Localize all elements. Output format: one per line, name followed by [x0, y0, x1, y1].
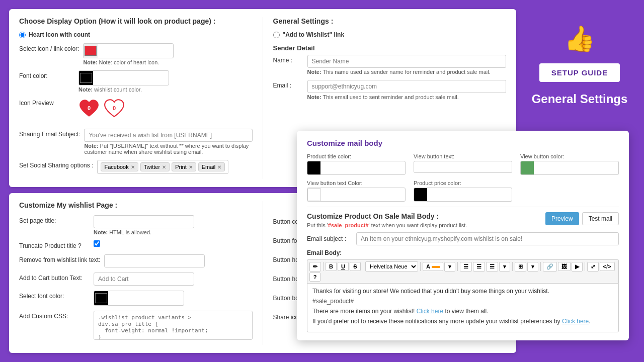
color-fields-row-1: Product title color: #000000 View button… [307, 153, 619, 175]
product-title-color-swatch[interactable] [307, 161, 320, 174]
editor-body[interactable]: Thanks for visiting our store! We notice… [307, 283, 619, 332]
bottom-left-section: Customize My wishlist Page : Set page ti… [19, 201, 263, 345]
toolbar-image-btn[interactable]: 🖼 [558, 262, 571, 271]
view-button-color-swatch[interactable] [521, 161, 534, 174]
heart-count-outline: 0 [113, 105, 116, 111]
customize-mail-overlay: Customize mail body Product title color:… [297, 131, 629, 340]
sale-mail-section: Customize Product On Sale Mail Body : Pu… [307, 207, 619, 332]
tag-email-remove[interactable]: ✕ [217, 164, 221, 170]
add-to-wishlist-radio-row[interactable]: "Add to Wishlist" link [273, 31, 507, 38]
toolbar-underline-btn[interactable]: U [338, 262, 349, 271]
toolbar-video-btn[interactable]: ▶ [572, 262, 583, 272]
select-font-color-input[interactable]: #000000 [94, 291, 184, 306]
view-button-text-color-text[interactable]: #ffffff [320, 189, 405, 200]
toolbar-link-btn[interactable]: 🔗 [543, 262, 557, 272]
remove-link-input[interactable]: Remove from Wishlist [104, 254, 205, 267]
toolbar-code-btn[interactable]: </> [600, 262, 615, 271]
view-button-color-group: View button color: #59a35d [520, 153, 619, 175]
view-button-text-group: View button text: view [414, 153, 512, 175]
icon-color-swatch[interactable] [84, 44, 98, 58]
font-color-text[interactable]: #000000 [93, 72, 169, 83]
toolbar-align-arrow[interactable]: ▾ [499, 262, 510, 272]
icon-color-text[interactable]: #e52836 [98, 45, 174, 56]
preview-button[interactable]: Preview [545, 212, 579, 225]
toolbar-list-ul-btn[interactable]: ☰ [460, 262, 472, 272]
page-title-group: My Wishlist Note: HTML is allowed. [94, 215, 253, 235]
font-color-input[interactable]: #000000 [78, 70, 169, 85]
sale-email-subject-label: Email subject : [307, 235, 352, 242]
view-button-text-label: View button text: [414, 153, 512, 159]
toolbar-font-select[interactable]: Helvetica Neue [365, 261, 418, 272]
toolbar-table-arrow[interactable]: ▾ [527, 262, 538, 272]
custom-css-row: Add Custom CSS: .wishlist-product-varian… [19, 311, 253, 340]
icon-color-group: #e52836 Note: Note: color of heart icon. [83, 43, 252, 65]
custom-css-input[interactable]: .wishlist-product-variants > div.sa_pro_… [94, 311, 253, 340]
toolbar-strikethrough-btn[interactable]: S [350, 262, 361, 271]
icon-preview-display: 0 0 [78, 98, 125, 119]
tag-email[interactable]: Email ✕ [198, 162, 225, 171]
toolbar-sep-3 [420, 262, 421, 271]
toolbar-font-color-btn[interactable]: A [423, 262, 443, 271]
font-color-swatch[interactable] [79, 71, 93, 85]
view-button-color-text[interactable]: #59a35d [534, 162, 618, 173]
truncate-checkbox[interactable] [94, 240, 100, 247]
test-mail-button[interactable]: Test mail [582, 212, 619, 225]
product-title-color-group: Product title color: #000000 [307, 153, 406, 175]
color-fields-row-2: View button text Color: #ffffff Product … [307, 180, 619, 202]
select-font-color-swatch[interactable] [94, 291, 108, 305]
sale-email-subject-input[interactable] [356, 232, 619, 245]
sender-email-label: Email : [273, 80, 303, 89]
email-subject-input[interactable] [84, 129, 252, 142]
click-here-link-1[interactable]: Click here [417, 308, 443, 315]
heart-filled-icon: 0 [78, 98, 100, 119]
icon-color-input[interactable]: #e52836 [83, 43, 174, 58]
product-title-color-text[interactable]: #000000 [320, 162, 405, 173]
view-button-text-color-input[interactable]: #ffffff [307, 188, 406, 202]
empty-group [520, 180, 619, 202]
product-price-color-swatch[interactable] [414, 188, 427, 201]
icon-preview-label: Icon Preview [19, 98, 74, 107]
product-title-color-input[interactable]: #000000 [307, 161, 406, 175]
tag-twitter[interactable]: Twitter ✕ [140, 162, 170, 171]
tag-twitter-remove[interactable]: ✕ [162, 164, 166, 170]
sender-name-label: Name : [273, 55, 303, 64]
truncate-label: Truncate Product title ? [19, 240, 90, 249]
click-here-link-2[interactable]: Click here [562, 318, 589, 325]
email-subject-label: Sharing Email Subject: [19, 129, 80, 138]
truncate-checkbox-group [94, 240, 100, 247]
toolbar-help-btn[interactable]: ? [309, 273, 320, 282]
page-title-input[interactable]: My Wishlist [94, 215, 194, 228]
toolbar-fullscreen-btn[interactable]: ⤢ [587, 262, 599, 272]
heart-icon-radio[interactable] [19, 32, 26, 38]
toolbar-table-btn[interactable]: ⊞ [515, 262, 526, 272]
heart-icon-radio-row[interactable]: Heart icon with count [19, 31, 253, 38]
overlay-title: Customize mail body [307, 139, 619, 147]
tag-facebook[interactable]: Facebook ✕ [101, 162, 138, 171]
product-price-color-text[interactable]: #000000 [427, 189, 512, 200]
bottom-panel-title: Customize My wishlist Page : [19, 201, 253, 209]
tag-print[interactable]: Print ✕ [172, 162, 196, 171]
toolbar-sep-1 [323, 262, 324, 271]
view-button-text-color-swatch[interactable] [307, 188, 320, 201]
tag-facebook-remove[interactable]: ✕ [131, 164, 135, 170]
view-button-color-input[interactable]: #59a35d [520, 161, 619, 175]
toolbar-eraser-btn[interactable]: ✏ [309, 262, 321, 272]
icon-preview-row: Icon Preview 0 0 [19, 98, 253, 124]
toolbar-align-btn[interactable]: ☰ [486, 262, 498, 272]
add-to-wishlist-radio[interactable] [273, 32, 280, 38]
sender-name-input[interactable] [307, 55, 507, 68]
tag-print-remove[interactable]: ✕ [189, 164, 193, 170]
sender-email-input[interactable] [307, 80, 507, 93]
sender-name-group: Note: This name used as sender name for … [307, 55, 507, 75]
setup-guide-button[interactable]: SETUP GUIDE [539, 63, 620, 82]
product-price-color-input[interactable]: #000000 [414, 188, 512, 202]
custom-css-label: Add Custom CSS: [19, 311, 90, 320]
product-title-color-label: Product title color: [307, 153, 406, 159]
toolbar-font-color-arrow[interactable]: ▾ [444, 262, 455, 272]
view-button-text-input[interactable]: view [414, 161, 512, 173]
select-font-color-text[interactable]: #000000 [108, 293, 184, 304]
add-cart-input[interactable] [94, 273, 194, 286]
toolbar-bold-btn[interactable]: B [326, 262, 337, 271]
toolbar-list-ol-btn[interactable]: ☰ [473, 262, 485, 272]
sender-email-note: Note: This email used to sent reminder a… [307, 94, 507, 100]
